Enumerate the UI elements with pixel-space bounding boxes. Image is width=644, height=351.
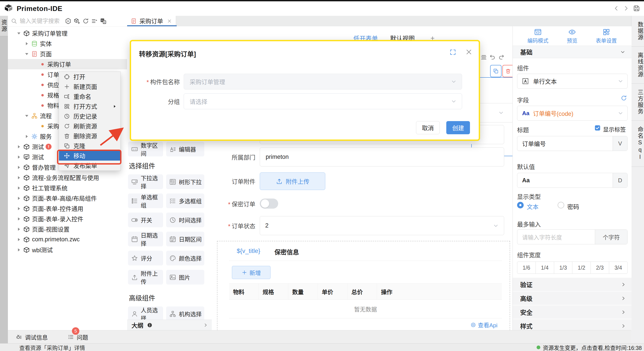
tree-item[interactable]: 页面-表单-高级/布局组件 (8, 193, 127, 203)
caret-icon[interactable] (24, 41, 29, 46)
caret-icon[interactable] (16, 196, 22, 201)
palette-item[interactable]: 单选框组 (128, 193, 163, 208)
delete-component-button[interactable] (502, 65, 512, 77)
undo-icon[interactable] (489, 54, 496, 61)
right-rail-tab[interactable]: 命名Sql (632, 121, 644, 167)
inspector-toolbar-item[interactable]: 编码模式 (528, 28, 548, 46)
inspector-accordion-section[interactable]: 安全 (513, 305, 632, 319)
inspector-toolbar-item[interactable]: 预览 (567, 28, 577, 46)
context-menu-item[interactable]: 发布菜单 (59, 161, 120, 170)
tree-item[interactable]: 实体 (8, 38, 127, 49)
back-icon[interactable] (613, 5, 620, 12)
palette-item[interactable]: 颜色选择 (166, 251, 204, 265)
dialog-field-select[interactable]: 采购订单管理 (184, 74, 462, 90)
tree-item[interactable]: 采购订单管理 (8, 28, 127, 38)
right-rail-tab[interactable]: 三方服务 (632, 84, 644, 121)
context-menu-item[interactable]: 新建页面 (59, 82, 120, 92)
table-column-header[interactable]: 操作 (377, 284, 502, 299)
context-menu-item[interactable]: 移动 (59, 151, 120, 161)
view-api-link[interactable]: 查看Api (470, 321, 498, 329)
context-menu-item[interactable]: 打开方式 (59, 101, 120, 111)
tree-item[interactable]: wbl测试 (8, 245, 127, 255)
width-option[interactable]: 3/4 (609, 262, 627, 273)
palette-item[interactable]: 人员选择 (128, 306, 163, 321)
palette-item[interactable]: 附件上传 (128, 270, 163, 284)
refresh-field-icon[interactable] (620, 95, 627, 101)
list-settings-icon[interactable] (480, 54, 487, 61)
palette-item[interactable]: 多选框组 (166, 193, 204, 208)
search-input[interactable] (19, 18, 64, 25)
caret-icon[interactable] (16, 185, 22, 191)
department-input-field[interactable] (265, 153, 493, 161)
palette-item[interactable]: 图片 (166, 270, 204, 284)
outline-bar[interactable]: 大纲 (127, 320, 212, 330)
radio-password-label[interactable]: 密码 (567, 202, 579, 211)
palette-item[interactable]: 日期区间 (166, 232, 204, 246)
close-icon[interactable] (167, 19, 172, 24)
caret-icon[interactable] (24, 134, 29, 139)
palette-item[interactable]: 评分 (128, 251, 163, 265)
title-input[interactable]: 订单编号 V (517, 136, 628, 151)
right-rail-tab[interactable]: 数据源 (632, 16, 644, 47)
caret-icon[interactable] (16, 31, 22, 36)
cancel-button[interactable]: 取消 (416, 121, 440, 134)
tree-item[interactable]: 流程-业务流程配置与使用 (8, 172, 127, 183)
dialog-field-select[interactable]: 请选择 (184, 94, 462, 109)
palette-item[interactable]: 1~3 数字区间 (128, 142, 163, 156)
redo-icon[interactable] (498, 54, 504, 61)
rail-tab-resources[interactable]: 资源 (0, 16, 8, 36)
tree-item[interactable]: 社工管理系统 (8, 183, 127, 193)
problems-item[interactable]: 问题 (68, 333, 88, 341)
table-column-header[interactable]: 单价 (318, 284, 348, 299)
width-option[interactable]: 2/3 (591, 262, 609, 273)
explorer-toolbar-icon[interactable] (91, 18, 98, 24)
table-column-header[interactable]: 数量 (288, 284, 318, 299)
width-option[interactable]: 1/6 (517, 262, 536, 273)
width-option[interactable]: 1/4 (536, 262, 554, 273)
copy-component-button[interactable] (490, 65, 502, 77)
show-label-checkbox[interactable] (594, 125, 601, 131)
context-menu-item[interactable]: 克隆 (59, 141, 120, 151)
inspector-toolbar-item[interactable]: 表单设置 (596, 28, 617, 46)
explorer-toolbar-icon[interactable] (74, 18, 80, 24)
component-select[interactable]: 单行文本 (517, 74, 628, 89)
context-menu-item[interactable]: 刷新资源 (59, 121, 120, 131)
explorer-toolbar-icon[interactable]: En文 (100, 18, 106, 24)
order-status-select[interactable]: 2 (260, 216, 504, 235)
caret-icon[interactable] (16, 216, 22, 222)
subform-tab-secret-info[interactable]: 保密信息 (274, 247, 299, 256)
palette-item[interactable]: 开关 (128, 213, 163, 227)
caret-icon[interactable] (16, 175, 22, 180)
right-rail-tab[interactable]: 离线资源 (632, 47, 644, 84)
department-input[interactable] (260, 147, 504, 167)
table-column-header[interactable]: 物料 (229, 284, 259, 299)
palette-item[interactable]: 日期选择 (128, 232, 163, 246)
context-menu-item[interactable]: 重命名 (59, 92, 120, 101)
fullscreen-icon[interactable] (449, 49, 456, 56)
radio-text[interactable] (517, 202, 524, 208)
explorer-toolbar-icon[interactable]: AI (65, 18, 72, 24)
editor-tab-purchase-order[interactable]: 采购订单 (127, 16, 176, 26)
tree-item[interactable]: 页面-表单-录入控件 (8, 214, 127, 224)
max-input[interactable]: 请输入字符长度 个字符 (517, 229, 628, 244)
radio-password[interactable] (558, 202, 564, 208)
default-value-input[interactable]: Aa D (517, 173, 628, 188)
forward-icon[interactable] (622, 5, 630, 12)
close-icon[interactable] (465, 48, 472, 56)
table-column-header[interactable]: 总价 (348, 284, 377, 299)
attachment-upload-button[interactable]: 附件上传 (260, 172, 325, 190)
caret-icon[interactable] (16, 227, 22, 232)
caret-icon[interactable] (16, 247, 22, 252)
subform-tab-variable-title[interactable]: ${v_title} (237, 247, 260, 254)
chevron-right-icon[interactable] (203, 322, 208, 328)
inspector-accordion-section[interactable]: 验证 (513, 278, 632, 291)
palette-item[interactable]: 时间选择 (166, 213, 204, 227)
width-option[interactable]: 1/3 (554, 262, 572, 273)
status-right-group[interactable]: 资源发生变更，点击查看,检查时间:16:38 (536, 343, 642, 351)
inspector-accordion-section[interactable]: 高级 (513, 291, 632, 305)
tree-item[interactable]: 采购订单 (8, 59, 127, 69)
title-variable-addon[interactable]: V (613, 136, 627, 151)
caret-icon[interactable] (16, 154, 22, 160)
caret-icon[interactable] (16, 144, 22, 149)
palette-item[interactable]: 机构选择 (166, 306, 204, 321)
